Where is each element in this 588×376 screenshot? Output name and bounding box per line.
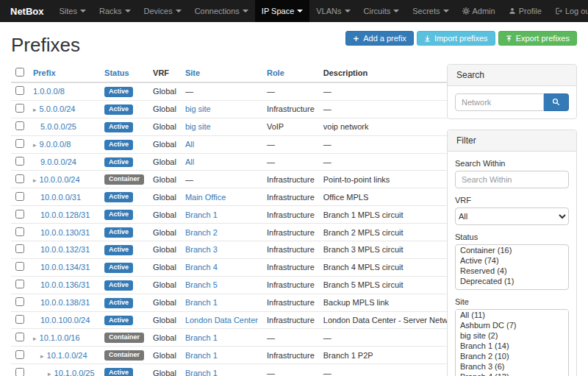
site-link[interactable]: Branch 4	[185, 263, 218, 272]
nav-item-vlans[interactable]: VLANs	[309, 0, 356, 22]
prefix-link[interactable]: 10.0.0.136/31	[40, 280, 90, 289]
filter-option[interactable]: Branch 1 (14)	[456, 341, 568, 351]
column-header-prefix[interactable]: Prefix	[29, 64, 100, 82]
column-header-status[interactable]: Status	[100, 64, 148, 82]
site-link[interactable]: Branch 1	[185, 298, 218, 307]
site-link[interactable]: Branch 1	[185, 369, 218, 376]
status-badge: Active	[104, 192, 133, 202]
export-prefixes-button[interactable]: Export prefixes	[498, 31, 577, 46]
nav-item-sites[interactable]: Sites	[53, 0, 93, 22]
import-prefixes-button[interactable]: Import prefixes	[417, 31, 495, 46]
prefix-link[interactable]: 10.0.0.134/31	[40, 263, 90, 272]
filter-option[interactable]: big site (2)	[456, 330, 568, 341]
prefix-link[interactable]: 10.1.0.0/24	[47, 351, 87, 360]
caret-down-icon	[176, 10, 182, 13]
prefix-cell: 1.0.0.0/8	[29, 82, 100, 100]
row-checkbox[interactable]	[15, 333, 24, 341]
search-within-input[interactable]	[455, 171, 569, 188]
vrf-filter-select[interactable]: All	[455, 207, 569, 225]
nav-item-profile[interactable]: Profile	[502, 0, 548, 22]
select-all-checkbox[interactable]	[15, 68, 24, 77]
nav-item-devices[interactable]: Devices	[137, 0, 188, 22]
nav-item-admin[interactable]: Admin	[456, 0, 502, 22]
nav-item-circuits[interactable]: Circuits	[357, 0, 406, 22]
prefix-link[interactable]: 10.1.0.0/25	[54, 369, 95, 376]
column-header-role[interactable]: Role	[262, 64, 319, 82]
prefix-link[interactable]: 10.0.0.132/31	[40, 245, 90, 254]
site-link[interactable]: Branch 3	[185, 245, 218, 254]
site-link[interactable]: big site	[185, 122, 211, 131]
row-checkbox[interactable]	[15, 121, 24, 130]
nav-item-ip-space[interactable]: IP Space	[255, 0, 309, 22]
status-badge: Active	[104, 263, 133, 273]
status-filter-listbox[interactable]: Container (16)Active (74)Reserved (4)Dep…	[455, 244, 569, 290]
site-link[interactable]: Main Office	[185, 193, 226, 202]
search-button[interactable]	[544, 93, 569, 111]
nav-item-secrets[interactable]: Secrets	[406, 0, 455, 22]
row-checkbox[interactable]	[15, 297, 24, 306]
prefix-link[interactable]: 10.0.0.128/31	[40, 210, 90, 219]
row-checkbox[interactable]	[15, 86, 24, 95]
site-link[interactable]: Branch 1	[185, 210, 218, 219]
column-header-site[interactable]: Site	[181, 64, 262, 82]
prefix-link[interactable]: 10.0.0.0/24	[40, 175, 80, 184]
filter-option[interactable]: All (11)	[456, 310, 568, 320]
row-checkbox[interactable]	[15, 280, 24, 288]
filter-option[interactable]: Ashburn DC (7)	[456, 320, 568, 330]
nav-item-racks[interactable]: Racks	[93, 0, 137, 22]
status-badge: Active	[104, 122, 133, 132]
nav-item-logout[interactable]: Log out	[548, 0, 588, 22]
row-checkbox[interactable]	[15, 244, 24, 253]
row-checkbox[interactable]	[15, 192, 24, 201]
row-checkbox[interactable]	[15, 227, 24, 236]
vrf-cell: Global	[148, 118, 181, 135]
filter-option[interactable]: Deprecated (1)	[456, 276, 568, 286]
row-checkbox[interactable]	[15, 350, 24, 359]
site-link[interactable]: big site	[185, 104, 211, 113]
status-badge: Active	[104, 298, 133, 308]
row-checkbox[interactable]	[15, 368, 24, 376]
row-checkbox[interactable]	[15, 315, 24, 324]
prefix-link[interactable]: 1.0.0.0/8	[33, 87, 65, 96]
filter-option[interactable]: Branch 4 (12)	[456, 372, 568, 376]
filter-option[interactable]: Active (74)	[456, 255, 568, 266]
nav-item-connections[interactable]: Connections	[188, 0, 255, 22]
row-checkbox[interactable]	[15, 104, 24, 113]
filter-option[interactable]: Reserved (4)	[456, 266, 568, 276]
row-checkbox[interactable]	[15, 139, 24, 148]
prefix-link[interactable]: 10.0.100.0/24	[40, 316, 90, 324]
add-prefix-button[interactable]: Add a prefix	[345, 31, 414, 46]
row-checkbox[interactable]	[15, 210, 24, 219]
page-title: Prefixes	[11, 34, 80, 57]
prefix-link[interactable]: 9.0.0.0/8	[40, 140, 71, 149]
site-link[interactable]: London Data Center	[185, 316, 258, 324]
status-badge: Active	[104, 157, 133, 168]
site-link[interactable]: Branch 2	[185, 228, 218, 237]
filter-option[interactable]: Branch 2 (10)	[456, 351, 568, 361]
prefix-link[interactable]: 5.0.0.0/25	[40, 122, 76, 131]
prefix-link[interactable]: 10.1.0.0/16	[40, 333, 80, 342]
status-cell: Active	[100, 82, 148, 100]
prefix-link[interactable]: 10.0.0.130/31	[40, 228, 90, 237]
prefix-link[interactable]: 5.0.0.0/24	[40, 104, 76, 113]
filter-option[interactable]: Branch 3 (6)	[456, 361, 568, 372]
row-checkbox[interactable]	[15, 262, 24, 271]
filter-option[interactable]: Container (16)	[456, 245, 568, 255]
brand-link[interactable]: NetBox	[6, 0, 53, 22]
site-link[interactable]: Branch 5	[185, 280, 218, 289]
prefix-link[interactable]: 10.0.0.0/31	[40, 193, 81, 202]
site-filter-listbox[interactable]: All (11)Ashburn DC (7)big site (2)Branch…	[455, 309, 569, 376]
prefix-link[interactable]: 10.0.0.138/31	[40, 298, 90, 307]
search-input[interactable]	[455, 93, 544, 111]
row-checkbox[interactable]	[15, 174, 24, 183]
table-row: 10.0.0.134/31ActiveGlobalBranch 4Infrast…	[11, 258, 463, 276]
nav-item-label: Circuits	[364, 7, 391, 15]
status-badge: Active	[104, 227, 133, 238]
site-link[interactable]: Branch 1	[185, 333, 218, 342]
row-checkbox[interactable]	[15, 157, 24, 166]
site-link[interactable]: All	[185, 140, 194, 149]
prefix-link[interactable]: 9.0.0.0/24	[40, 157, 76, 166]
site-link[interactable]: Branch 1	[185, 351, 218, 360]
site-link[interactable]: All	[185, 157, 194, 166]
status-cell: Active	[100, 135, 148, 153]
